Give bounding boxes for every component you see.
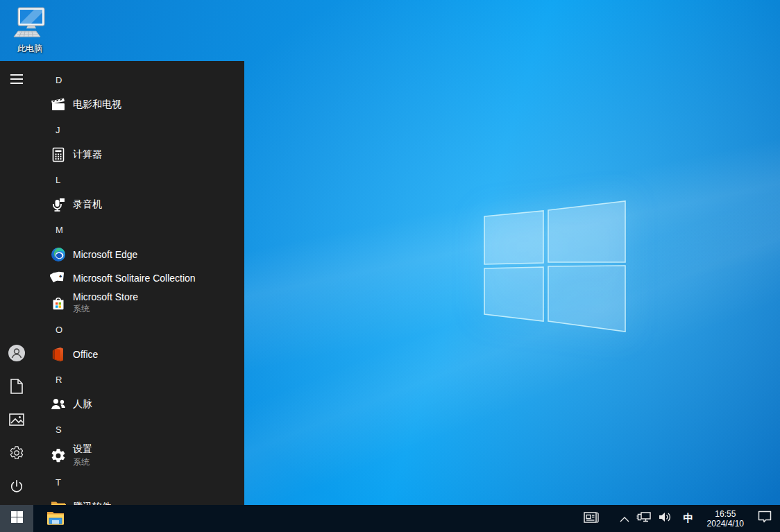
ime-mode-indicator: 中: [679, 512, 698, 525]
office-icon: [50, 346, 67, 363]
app-sublabel: 系统: [73, 456, 92, 468]
section-letter-label: J: [56, 125, 60, 135]
clock-date: 2024/4/10: [707, 519, 744, 529]
start-menu-app-list: D 电影和电视J 计算器L 录音机M Microsoft Edge ♠Micro…: [33, 61, 244, 505]
hidden-icons-button[interactable]: [616, 505, 633, 532]
action-center-icon: [758, 510, 772, 526]
section-letter-label: T: [56, 477, 61, 488]
people-icon: [50, 396, 67, 413]
voice-recorder-icon: [50, 196, 67, 213]
start-menu-section-letter[interactable]: S: [33, 416, 244, 443]
edge-icon: [50, 246, 67, 263]
user-avatar-icon: [8, 344, 26, 365]
desktop-icon-label: 此电脑: [7, 43, 53, 55]
start-menu-app[interactable]: 计算器: [33, 143, 244, 166]
document-icon: [10, 379, 24, 397]
section-letter-label: M: [56, 225, 63, 235]
start-menu-section-letter[interactable]: T: [33, 469, 244, 495]
volume-button[interactable]: [655, 505, 676, 532]
app-label: Microsoft Solitaire Collection: [73, 273, 196, 284]
clock-time: 16:55: [715, 509, 736, 519]
start-menu-app[interactable]: Office: [33, 343, 244, 366]
section-letter-label: R: [56, 375, 62, 385]
app-sublabel: 系统: [73, 303, 138, 315]
start-menu: D 电影和电视J 计算器L 录音机M Microsoft Edge ♠Micro…: [0, 61, 244, 505]
section-letter-label: D: [56, 75, 62, 85]
start-menu-section-letter[interactable]: J: [33, 117, 244, 143]
start-menu-section-letter[interactable]: D: [33, 67, 244, 93]
app-label: 计算器: [73, 148, 102, 161]
section-letter-label: L: [56, 175, 60, 185]
taskbar-file-explorer-button[interactable]: [42, 505, 69, 532]
network-icon: [636, 511, 652, 526]
movies-tv-icon: [50, 96, 67, 113]
calculator-icon: [50, 146, 67, 163]
documents-button[interactable]: [0, 371, 33, 404]
news-button[interactable]: [577, 505, 605, 532]
folder-icon: [50, 499, 67, 505]
app-label: 人脉: [73, 398, 92, 411]
system-tray: 中 16:55 2024/4/10: [577, 505, 780, 532]
this-pc-icon: [13, 29, 46, 41]
volume-icon: [659, 511, 672, 526]
start-menu-app[interactable]: Microsoft Edge: [33, 243, 244, 266]
desktop-icon-this-pc[interactable]: 此电脑: [7, 6, 53, 55]
file-explorer-icon: [46, 510, 65, 528]
action-center-button[interactable]: [749, 505, 780, 532]
app-label: Office: [73, 349, 98, 360]
app-label: 设置: [73, 443, 92, 456]
start-menu-section-letter[interactable]: O: [33, 316, 244, 343]
store-icon: [50, 295, 67, 311]
section-letter-label: S: [56, 424, 62, 435]
ime-mode-button[interactable]: 中: [676, 505, 702, 532]
start-menu-app[interactable]: 电影和电视: [33, 93, 244, 117]
settings-gear-icon: [50, 447, 67, 464]
pictures-icon: [9, 413, 24, 429]
settings-button[interactable]: [0, 438, 33, 471]
solitaire-icon: ♠: [50, 270, 67, 286]
taskbar-clock[interactable]: 16:55 2024/4/10: [702, 505, 749, 532]
power-icon: [9, 479, 24, 497]
start-button[interactable]: [0, 505, 33, 532]
windows-logo-icon: [11, 511, 23, 526]
desktop: 此电脑: [0, 0, 780, 532]
start-menu-section-letter[interactable]: M: [33, 216, 244, 243]
network-button[interactable]: [633, 505, 655, 532]
app-label: Microsoft Store: [73, 291, 138, 302]
start-menu-expand-button[interactable]: [0, 64, 33, 97]
section-letter-label: O: [56, 325, 62, 335]
start-menu-section-letter[interactable]: L: [33, 166, 244, 193]
app-label: 电影和电视: [73, 98, 121, 111]
hamburger-icon: [10, 74, 24, 87]
start-menu-app[interactable]: 人脉: [33, 393, 244, 416]
taskbar: 中 16:55 2024/4/10: [0, 505, 780, 532]
start-menu-app[interactable]: 录音机: [33, 193, 244, 216]
user-account-button[interactable]: [0, 338, 33, 371]
app-label: Microsoft Edge: [73, 249, 137, 260]
start-menu-app[interactable]: 腾讯软件: [33, 495, 244, 505]
start-menu-app[interactable]: 设置系统: [33, 443, 244, 469]
pictures-button[interactable]: [0, 404, 33, 438]
news-icon: [583, 510, 600, 527]
app-label: 录音机: [73, 198, 102, 211]
gear-outline-icon: [9, 445, 24, 463]
windows-wallpaper-logo: [479, 196, 630, 337]
start-menu-app[interactable]: Microsoft Store系统: [33, 290, 244, 316]
start-menu-app[interactable]: ♠Microsoft Solitaire Collection: [33, 266, 244, 290]
power-button[interactable]: [0, 471, 33, 504]
start-menu-rail: [0, 61, 33, 505]
start-menu-section-letter[interactable]: R: [33, 366, 244, 393]
chevron-up-icon: [620, 513, 629, 525]
